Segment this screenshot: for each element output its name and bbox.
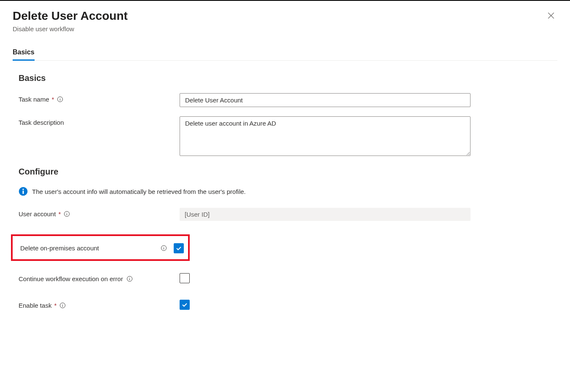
enable-task-checkbox[interactable] [180, 300, 190, 310]
tab-basics[interactable]: Basics [13, 45, 35, 61]
svg-point-12 [163, 247, 164, 247]
user-account-readonly: [User ID] [180, 208, 471, 221]
close-button[interactable] [545, 9, 557, 22]
row-task-name: Task name * [19, 93, 557, 107]
check-icon [175, 245, 182, 252]
info-icon[interactable] [160, 245, 167, 252]
task-description-input[interactable] [180, 116, 471, 156]
svg-point-9 [67, 212, 67, 213]
continue-on-error-checkbox[interactable] [180, 273, 190, 283]
info-message: The user's account info will automatical… [19, 187, 557, 196]
label-task-description-text: Task description [19, 119, 64, 126]
info-icon[interactable] [56, 96, 63, 103]
check-icon [181, 301, 188, 308]
close-icon [547, 12, 555, 19]
svg-point-3 [60, 98, 60, 98]
label-task-name-text: Task name [19, 96, 49, 103]
required-indicator: * [54, 302, 56, 309]
row-continue-on-error: Continue workflow execution on error [19, 268, 557, 283]
tabs: Basics [13, 45, 557, 61]
label-delete-onprem: Delete on-premises account [20, 242, 174, 252]
svg-point-18 [62, 304, 63, 304]
delete-onprem-checkbox[interactable] [174, 243, 184, 253]
label-enable-task-text: Enable task [19, 302, 51, 309]
header: Delete User Account Disable user workflo… [13, 9, 557, 32]
svg-point-15 [129, 277, 130, 278]
label-user-account-text: User account [19, 210, 56, 217]
info-icon[interactable] [63, 211, 70, 217]
label-task-description: Task description [19, 116, 180, 126]
row-task-description: Task description [19, 116, 557, 158]
task-name-input[interactable] [180, 93, 471, 107]
required-indicator: * [52, 96, 54, 103]
page-subtitle: Disable user workflow [13, 25, 128, 32]
label-enable-task: Enable task * [19, 299, 180, 309]
row-delete-onprem: Delete on-premises account [20, 242, 184, 253]
label-continue-on-error: Continue workflow execution on error [19, 273, 180, 282]
label-continue-on-error-text: Continue workflow execution on error [19, 275, 123, 282]
info-icon[interactable] [126, 276, 133, 282]
header-text: Delete User Account Disable user workflo… [13, 9, 128, 32]
svg-rect-7 [22, 191, 24, 194]
row-enable-task: Enable task * [19, 295, 557, 310]
svg-point-6 [22, 189, 24, 190]
page-title: Delete User Account [13, 9, 128, 23]
input-col-task-description [180, 116, 471, 158]
row-user-account: User account * [User ID] [19, 208, 557, 221]
panel-container: Delete User Account Disable user workflo… [0, 1, 570, 330]
section-configure-title: Configure [19, 167, 557, 177]
input-col-user-account: [User ID] [180, 208, 471, 221]
highlight-box: Delete on-premises account [11, 234, 190, 261]
label-task-name: Task name * [19, 93, 180, 103]
required-indicator: * [58, 210, 61, 217]
label-user-account: User account * [19, 208, 180, 217]
info-icon[interactable] [59, 302, 66, 309]
info-message-text: The user's account info will automatical… [32, 188, 246, 195]
section-basics-title: Basics [19, 73, 557, 83]
info-filled-icon [19, 187, 28, 196]
label-delete-onprem-text: Delete on-premises account [20, 244, 99, 252]
input-col-task-name [180, 93, 471, 107]
